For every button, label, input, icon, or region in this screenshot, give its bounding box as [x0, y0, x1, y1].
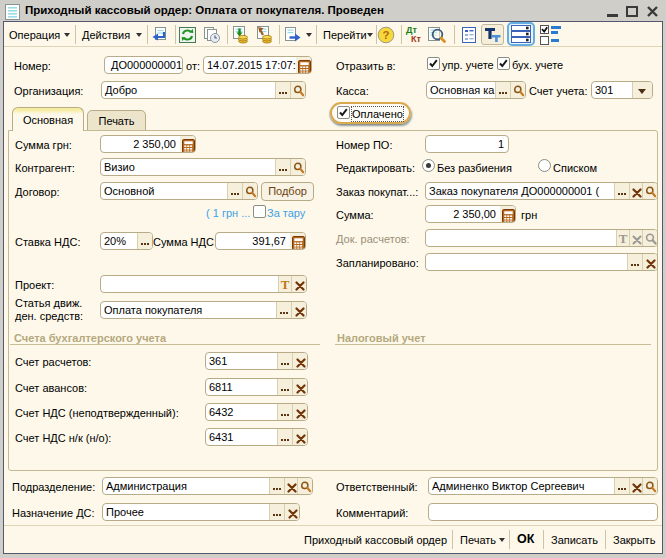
- svg-text:?: ?: [382, 29, 389, 41]
